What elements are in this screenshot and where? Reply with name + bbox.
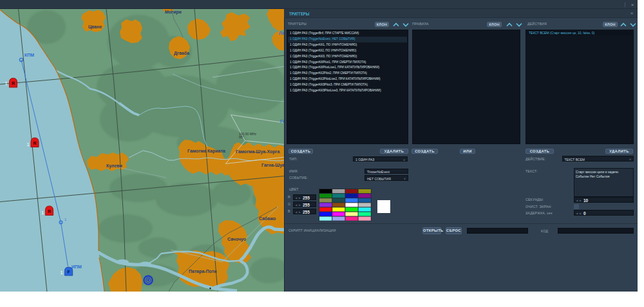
svg-text:Могири: Могири bbox=[165, 10, 182, 15]
svg-text:Ла: Ла bbox=[279, 31, 284, 35]
svg-text:Кулеви: Кулеви bbox=[106, 163, 122, 169]
svg-text:F: F bbox=[67, 270, 70, 274]
svg-text:R: R bbox=[12, 81, 15, 86]
svg-text:Гагна-Шуа: Гагна-Шуа bbox=[261, 163, 284, 168]
svg-text:Сачочуо: Сачочуо bbox=[227, 237, 246, 242]
svg-text:1: 1 bbox=[41, 210, 44, 216]
svg-text:95°: 95° bbox=[239, 135, 244, 139]
svg-text:R: R bbox=[48, 209, 51, 214]
svg-text:Патара-Поти: Патара-Поти bbox=[189, 269, 217, 274]
svg-text:1: 1 bbox=[27, 142, 30, 147]
svg-text:Гамогма Кариата: Гамогма Кариата bbox=[187, 149, 225, 154]
svg-text:Сабажо: Сабажо bbox=[259, 216, 276, 221]
svg-text:Цване: Цване bbox=[88, 24, 102, 30]
svg-text:Га: Га bbox=[280, 119, 284, 124]
svg-text:ИПМ: ИПМ bbox=[71, 265, 82, 269]
svg-text:Гамогма-Шуа-Хорга: Гамогма-Шуа-Хорга bbox=[236, 149, 279, 154]
svg-text:R: R bbox=[33, 141, 36, 145]
svg-text:1: 1 bbox=[5, 80, 8, 86]
svg-text:1: 1 bbox=[61, 270, 63, 275]
svg-text:Дгваба: Дгваба bbox=[174, 51, 189, 56]
svg-text:КПМ: КПМ bbox=[24, 53, 34, 57]
